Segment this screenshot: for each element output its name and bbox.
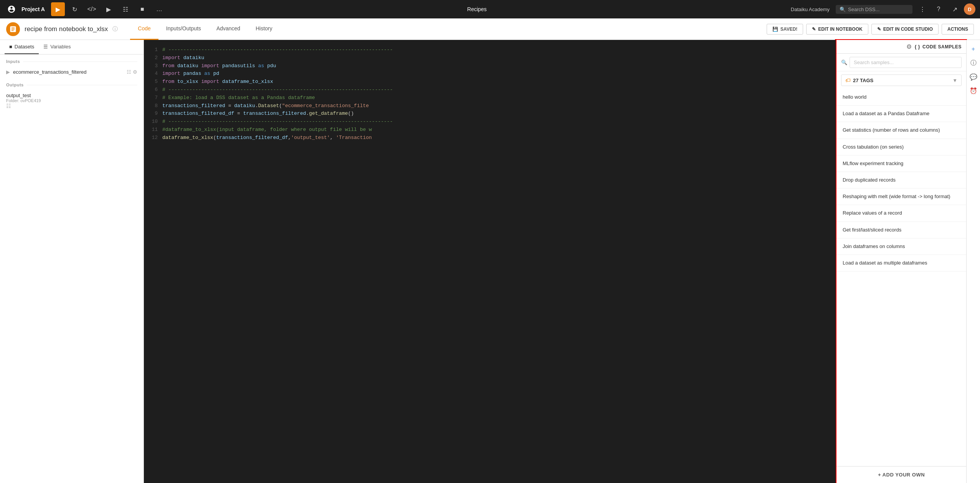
code-line: 12 dataframe_to_xlsx(transactions_filter… bbox=[150, 134, 830, 142]
pencil2-icon: ✎ bbox=[877, 26, 881, 32]
actions-button[interactable]: ACTIONS bbox=[942, 24, 974, 35]
search-placeholder: Search DSS... bbox=[848, 7, 879, 12]
analytics-icon[interactable]: ↗ bbox=[948, 2, 962, 16]
expand-icon: ▶ bbox=[6, 69, 10, 75]
edit-notebook-button[interactable]: ✎ EDIT IN NOTEBOOK bbox=[806, 24, 868, 35]
gear-icon[interactable]: ⚙ bbox=[133, 69, 137, 75]
sample-item-label: Load a dataset as a Pandas Dataframe bbox=[843, 111, 929, 116]
tag-icon: 🏷 bbox=[845, 77, 851, 83]
add-own-button[interactable]: + ADD YOUR OWN bbox=[836, 466, 966, 483]
item-actions: ☷ ⚙ bbox=[127, 69, 137, 75]
academy-link[interactable]: Dataiku Academy bbox=[788, 5, 833, 14]
recipe-header: recipe from notebook to_xlsx ⓘ Code Inpu… bbox=[0, 18, 980, 40]
samples-list: hello world Load a dataset as a Pandas D… bbox=[836, 89, 966, 466]
sample-item-label: Cross tabulation (on series) bbox=[843, 144, 904, 150]
recipe-title: recipe from notebook to_xlsx bbox=[25, 25, 108, 33]
sidebar-tab-datasets[interactable]: ■ Datasets bbox=[5, 40, 39, 54]
pencil-icon: ✎ bbox=[812, 26, 816, 32]
edit-code-studio-label: EDIT IN CODE STUDIO bbox=[883, 26, 933, 32]
flow-icon[interactable]: ▶ bbox=[51, 2, 65, 16]
edit-code-studio-button[interactable]: ✎ EDIT IN CODE STUDIO bbox=[871, 24, 939, 35]
datasets-label: Datasets bbox=[15, 44, 34, 50]
variables-label: Variables bbox=[50, 44, 71, 50]
output-name: output_test bbox=[6, 93, 137, 98]
edge-plus-icon[interactable]: + bbox=[967, 43, 980, 55]
search-bar[interactable]: 🔍 Search DSS... bbox=[836, 5, 912, 14]
refresh-icon[interactable]: ↻ bbox=[68, 2, 82, 16]
tags-dropdown[interactable]: 🏷 27 TAGS ▼ bbox=[841, 74, 962, 86]
add-own-label: + ADD YOUR OWN bbox=[878, 472, 925, 478]
avatar[interactable]: D bbox=[964, 3, 975, 15]
output-item: output_test Folder: ovPOE419 ☷ bbox=[0, 89, 144, 112]
code-icon[interactable]: </> bbox=[85, 2, 99, 16]
sample-item-first-last[interactable]: Get first/last/sliced records bbox=[836, 222, 966, 238]
settings-icon[interactable]: ⚙ bbox=[906, 43, 912, 50]
right-edge: + ⓘ 💬 ⏰ bbox=[966, 40, 980, 483]
help-icon[interactable]: ? bbox=[932, 2, 945, 16]
code-line: 1 # ------------------------------------… bbox=[150, 46, 830, 54]
sidebar-tabs: ■ Datasets ☰ Variables bbox=[0, 40, 144, 55]
recipe-header-actions: 💾 SAVED! ✎ EDIT IN NOTEBOOK ✎ EDIT IN CO… bbox=[767, 24, 974, 35]
more-icon[interactable]: … bbox=[152, 2, 166, 16]
sample-item-load-pandas[interactable]: Load a dataset as a Pandas Dataframe bbox=[836, 106, 966, 122]
sample-item-cross-tab[interactable]: Cross tabulation (on series) bbox=[836, 139, 966, 155]
sample-item-reshape-melt[interactable]: Reshaping with melt (wide format -> long… bbox=[836, 189, 966, 205]
sample-item-label: Reshaping with melt (wide format -> long… bbox=[843, 194, 950, 199]
edge-clock-icon[interactable]: ⏰ bbox=[967, 84, 980, 97]
sidebar-tab-variables[interactable]: ☰ Variables bbox=[39, 40, 75, 54]
home-logo[interactable] bbox=[5, 2, 18, 16]
sample-item-get-stats[interactable]: Get statistics (number of rows and colum… bbox=[836, 122, 966, 139]
actions-label: ACTIONS bbox=[947, 26, 968, 32]
input-dataset-name: ecommerce_transactions_filtered bbox=[13, 69, 124, 75]
saved-label: SAVED! bbox=[780, 26, 797, 32]
code-line: 10 # -----------------------------------… bbox=[150, 118, 830, 126]
main-content: ■ Datasets ☰ Variables Inputs ▶ ecommerc… bbox=[0, 40, 980, 483]
code-line: 11 #dataframe_to_xlsx(input dataframe, f… bbox=[150, 126, 830, 134]
recipes-label: Recipes bbox=[169, 6, 785, 12]
code-editor[interactable]: 1 # ------------------------------------… bbox=[144, 40, 836, 483]
save-icon: 💾 bbox=[772, 26, 778, 32]
saved-button[interactable]: 💾 SAVED! bbox=[767, 24, 803, 35]
dashboard-icon[interactable]: ■ bbox=[135, 2, 149, 16]
code-line: 4 import pandas as pd bbox=[150, 70, 830, 78]
recipe-tabs: Code Inputs/Outputs Advanced History bbox=[130, 18, 280, 40]
grid-icon[interactable]: ⋮ bbox=[916, 2, 929, 16]
tab-advanced[interactable]: Advanced bbox=[209, 18, 248, 40]
tab-history[interactable]: History bbox=[248, 18, 280, 40]
inputs-section-label: Inputs bbox=[0, 55, 144, 66]
search-icon: 🔍 bbox=[840, 7, 846, 12]
code-line: 7 # Example: load a DSS dataset as a Pan… bbox=[150, 94, 830, 102]
tags-label: 27 TAGS bbox=[853, 78, 950, 83]
edge-info-icon[interactable]: ⓘ bbox=[967, 57, 980, 69]
datasets-icon: ■ bbox=[9, 44, 12, 50]
code-samples-panel: ⚙ { } CODE SAMPLES 🔍 🏷 27 TAGS ▼ hello w… bbox=[836, 40, 966, 483]
sample-item-drop-duplicates[interactable]: Drop duplicated records bbox=[836, 172, 966, 189]
sample-item-join-dataframes[interactable]: Join dataframes on columns bbox=[836, 238, 966, 255]
code-line: 6 # ------------------------------------… bbox=[150, 86, 830, 94]
sample-item-multiple-dataframes[interactable]: Load a dataset as multiple dataframes bbox=[836, 255, 966, 271]
braces-icon: { } bbox=[915, 44, 920, 50]
sample-item-label: Load a dataset as multiple dataframes bbox=[843, 260, 927, 266]
sample-item-replace-values[interactable]: Replace values of a record bbox=[836, 205, 966, 222]
edge-chat-icon[interactable]: 💬 bbox=[967, 71, 980, 83]
play-icon[interactable]: ▶ bbox=[102, 2, 115, 16]
sample-item-hello-world[interactable]: hello world bbox=[836, 89, 966, 106]
output-table-icon[interactable]: ☷ bbox=[6, 103, 11, 109]
table-icon[interactable]: ☷ bbox=[119, 2, 132, 16]
info-icon[interactable]: ⓘ bbox=[112, 26, 118, 33]
code-line: 2 import dataiku bbox=[150, 54, 830, 62]
tab-code[interactable]: Code bbox=[130, 18, 158, 40]
tab-inputs-outputs[interactable]: Inputs/Outputs bbox=[158, 18, 209, 40]
code-area[interactable]: 1 # ------------------------------------… bbox=[144, 40, 836, 483]
variables-icon: ☰ bbox=[43, 44, 48, 50]
left-sidebar: ■ Datasets ☰ Variables Inputs ▶ ecommerc… bbox=[0, 40, 144, 483]
output-folder: Folder: ovPOE419 bbox=[6, 98, 137, 103]
table-icon[interactable]: ☷ bbox=[127, 69, 131, 75]
outputs-section-label: Outputs bbox=[0, 78, 144, 89]
code-samples-toggle[interactable]: { } CODE SAMPLES bbox=[915, 44, 962, 50]
sidebar-item-ecommerce[interactable]: ▶ ecommerce_transactions_filtered ☷ ⚙ bbox=[0, 66, 144, 78]
search-samples-input[interactable] bbox=[850, 57, 962, 68]
top-right-icons: ⋮ ? ↗ D bbox=[916, 2, 975, 16]
sample-item-mlflow[interactable]: MLflow experiment tracking bbox=[836, 155, 966, 172]
sample-item-label: Join dataframes on columns bbox=[843, 243, 905, 249]
